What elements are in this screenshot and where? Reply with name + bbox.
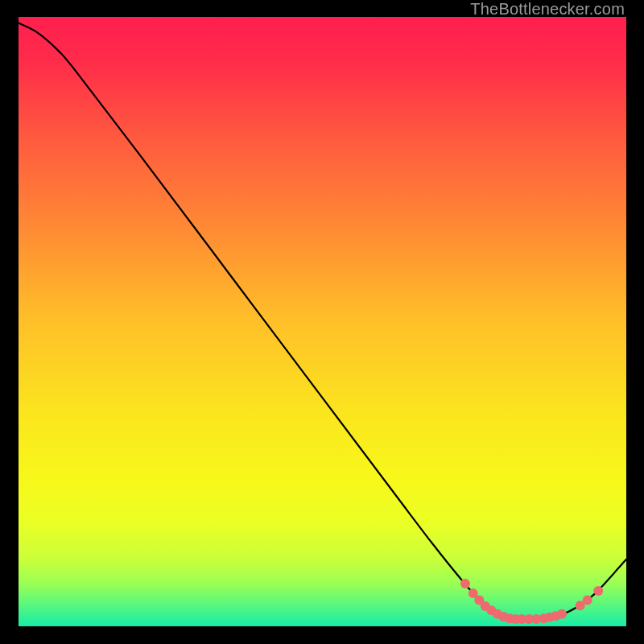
chart-frame — [19, 17, 626, 626]
marker-dot — [583, 595, 592, 605]
marker-dot — [557, 609, 567, 619]
marker-dot — [593, 586, 603, 596]
watermark-text: TheBottlenecker.com — [470, 0, 625, 19]
chart-canvas — [19, 17, 626, 626]
marker-dot — [460, 579, 470, 588]
gradient-background — [19, 17, 626, 626]
